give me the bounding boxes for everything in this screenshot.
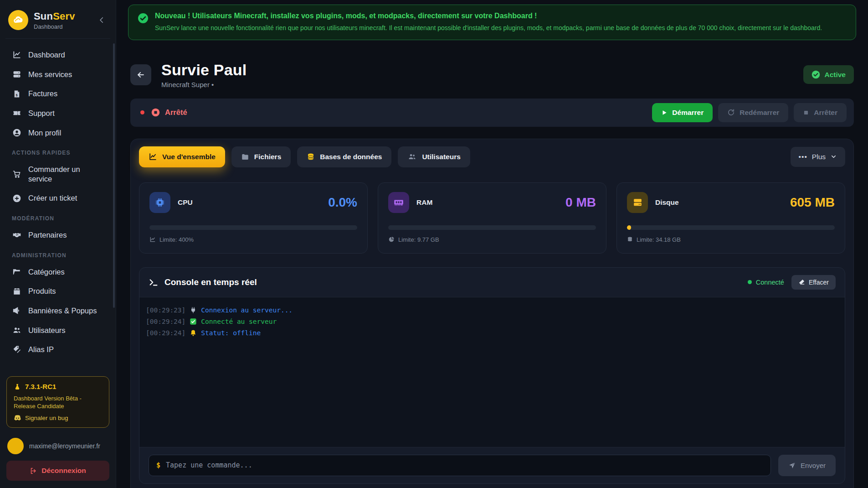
- chart-line-icon: [149, 152, 157, 161]
- check-circle-icon: [812, 70, 820, 79]
- send-button[interactable]: Envoyer: [778, 455, 836, 476]
- svg-text:$: $: [16, 93, 18, 97]
- ellipsis-icon: •••: [799, 153, 807, 161]
- flask-icon: [14, 383, 21, 391]
- brand: SunServ Dashboard: [5, 6, 110, 39]
- ram-progress-track: [388, 225, 596, 230]
- announcement-banner: Nouveau ! Utilisateurs Minecraft, instal…: [128, 5, 856, 40]
- more-button[interactable]: ••• Plus: [791, 147, 845, 167]
- sidebar-collapse-button[interactable]: [96, 14, 108, 26]
- sidebar-item-factures[interactable]: $ Factures: [6, 84, 109, 104]
- clear-console-button[interactable]: Effacer: [791, 275, 836, 290]
- play-icon: [661, 109, 668, 116]
- stop-button[interactable]: Arrêter: [794, 103, 847, 122]
- stop-icon: [803, 109, 809, 116]
- restart-icon: [727, 109, 735, 116]
- server-name: Survie Paul: [161, 61, 247, 79]
- sidebar-nav: Dashboard Mes services $ Factures Suppor…: [5, 39, 110, 372]
- chart-line-icon: [12, 50, 22, 59]
- sidebar-item-dashboard[interactable]: Dashboard: [6, 45, 109, 65]
- folder-open-icon: [12, 267, 22, 276]
- version-description: Dashboard Version Bêta - Release Candida…: [14, 395, 102, 410]
- sidebar-scrollbar[interactable]: [113, 43, 115, 308]
- server-status-bar: Arrêté Démarrer Redémarrer Arrêter: [130, 99, 854, 127]
- console-card: Console en temps réel Connecté Effacer […: [139, 267, 845, 484]
- sidebar-item-commander-service[interactable]: Commander un service: [6, 160, 109, 188]
- cart-icon: [12, 170, 22, 179]
- dollar-prompt: $: [156, 461, 160, 469]
- version-box: 7.3.1-RC1 Dashboard Version Bêta - Relea…: [6, 376, 109, 428]
- user-circle-icon: [12, 128, 22, 137]
- discord-icon: [14, 415, 21, 421]
- users-icon: [12, 326, 22, 335]
- chevron-down-icon: [830, 153, 837, 160]
- sidebar-item-categories[interactable]: Catégories: [6, 262, 109, 282]
- plug-icon: [190, 306, 197, 314]
- sidebar-item-creer-ticket[interactable]: Créer un ticket: [6, 188, 109, 208]
- report-bug-link[interactable]: Signaler un bug: [14, 415, 102, 421]
- pie-limit-icon: [388, 236, 395, 243]
- banner-body: SunServ lance une nouvelle fonctionnalit…: [155, 23, 822, 33]
- ram-limit: Limite: 9.77 GB: [398, 236, 439, 243]
- bell-icon: [190, 329, 197, 337]
- tab-fichiers[interactable]: Fichiers: [231, 146, 291, 167]
- sidebar-item-bannieres[interactable]: Bannières & Popups: [6, 301, 109, 321]
- brand-subtitle: Dashboard: [34, 23, 75, 30]
- server-header: Survie Paul Minecraft Super • Active: [130, 61, 854, 88]
- ram-memory-icon: [388, 192, 409, 213]
- stop-circle-icon: [151, 108, 160, 117]
- tabs-row: Vue d'ensemble Fichiers Bases de données…: [139, 146, 845, 167]
- disk-value: 605 MB: [790, 195, 835, 210]
- disk-stat-card: Disque 605 MB Limite: 34.18 GB: [616, 182, 845, 254]
- active-status-badge: Active: [803, 65, 854, 84]
- sidebar: SunServ Dashboard Dashboard Mes services…: [0, 0, 116, 488]
- disk-drive-icon: [627, 192, 648, 213]
- command-input[interactable]: [166, 461, 763, 469]
- console-line: [00:29:24] Connecté au serveur: [146, 316, 838, 327]
- cpu-stat-card: CPU 0.0% Limite: 400%: [139, 182, 368, 254]
- sunserv-logo: [8, 10, 28, 30]
- logout-icon: [30, 467, 37, 475]
- disk-limit: Limite: 34.18 GB: [637, 236, 681, 243]
- sidebar-item-alias-ip[interactable]: Alias IP: [6, 340, 109, 359]
- restart-button[interactable]: Redémarrer: [718, 103, 788, 122]
- brand-name: SunServ: [34, 10, 75, 22]
- console-input-row: $ Envoyer: [139, 447, 845, 483]
- back-button[interactable]: [130, 64, 151, 85]
- start-button[interactable]: Démarrer: [652, 103, 713, 122]
- status-label: Arrêté: [165, 108, 187, 117]
- section-moderation: MODÉRATION: [6, 208, 109, 225]
- console-output[interactable]: [00:29:23] Connexion au serveur... [00:2…: [139, 297, 845, 447]
- server-icon: [12, 70, 22, 79]
- disk-progress-fill: [627, 225, 631, 230]
- terminal-icon: [149, 277, 159, 287]
- server-plan: Minecraft Super •: [161, 81, 247, 88]
- user-email: maxime@leroymeunier.fr: [29, 442, 100, 450]
- sidebar-item-profil[interactable]: Mon profil: [6, 123, 109, 143]
- console-title: Console en temps réel: [164, 277, 257, 287]
- ram-label: RAM: [416, 198, 432, 207]
- check-circle-icon: [138, 13, 149, 33]
- sidebar-item-services[interactable]: Mes services: [6, 65, 109, 84]
- main-content: Nouveau ! Utilisateurs Minecraft, instal…: [116, 0, 868, 488]
- console-line: [00:29:23] Connexion au serveur...: [146, 305, 838, 316]
- logout-button[interactable]: Déconnexion: [6, 461, 109, 481]
- server-panel: Vue d'ensemble Fichiers Bases de données…: [130, 139, 854, 488]
- database-icon: [307, 152, 315, 161]
- tags-icon: [12, 345, 22, 354]
- avatar[interactable]: [7, 438, 24, 454]
- sidebar-item-produits[interactable]: Produits: [6, 281, 109, 301]
- paper-plane-icon: [788, 462, 796, 469]
- sidebar-item-partenaires[interactable]: Partenaires: [6, 225, 109, 245]
- tab-bases-de-donnees[interactable]: Bases de données: [297, 146, 391, 167]
- tab-vue-densemble[interactable]: Vue d'ensemble: [139, 146, 225, 167]
- sidebar-item-support[interactable]: Support: [6, 104, 109, 123]
- sidebar-item-utilisateurs[interactable]: Utilisateurs: [6, 321, 109, 340]
- chevron-left-icon: [98, 16, 106, 24]
- cpu-value: 0.0%: [328, 195, 357, 210]
- command-input-wrap: $: [149, 455, 771, 476]
- stats-grid: CPU 0.0% Limite: 400% RAM 0 MB: [139, 182, 845, 254]
- tab-utilisateurs[interactable]: Utilisateurs: [398, 146, 470, 167]
- ram-value: 0 MB: [565, 195, 596, 210]
- folder-icon: [241, 153, 249, 161]
